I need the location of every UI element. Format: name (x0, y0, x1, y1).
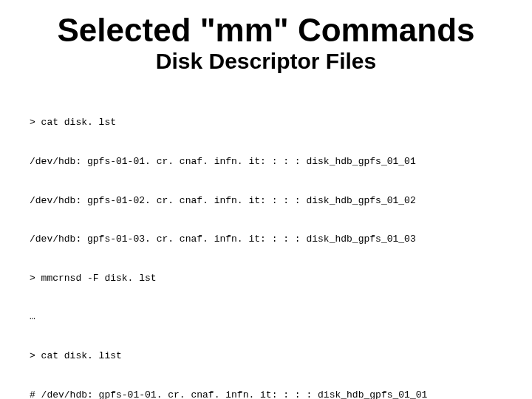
code-line: > cat disk. list (30, 349, 502, 363)
code-line: # /dev/hdb: gpfs-01-01. cr. cnaf. infn. … (30, 389, 502, 399)
code-line: /dev/hdb: gpfs-01-02. cr. cnaf. infn. it… (30, 194, 502, 208)
code-line: /dev/hdb: gpfs-01-03. cr. cnaf. infn. it… (30, 233, 502, 246)
code-block: > cat disk. lst /dev/hdb: gpfs-01-01. cr… (30, 90, 502, 399)
code-line: > cat disk. lst (30, 116, 502, 129)
code-line: > mmcrnsd -F disk. lst (30, 272, 502, 285)
slide-title: Selected "mm" Commands (30, 13, 502, 47)
slide: Selected "mm" Commands Disk Descriptor F… (0, 0, 532, 399)
code-line: /dev/hdb: gpfs-01-01. cr. cnaf. infn. it… (30, 155, 502, 168)
slide-subtitle: Disk Descriptor Files (30, 49, 502, 74)
code-line: … (30, 310, 502, 324)
